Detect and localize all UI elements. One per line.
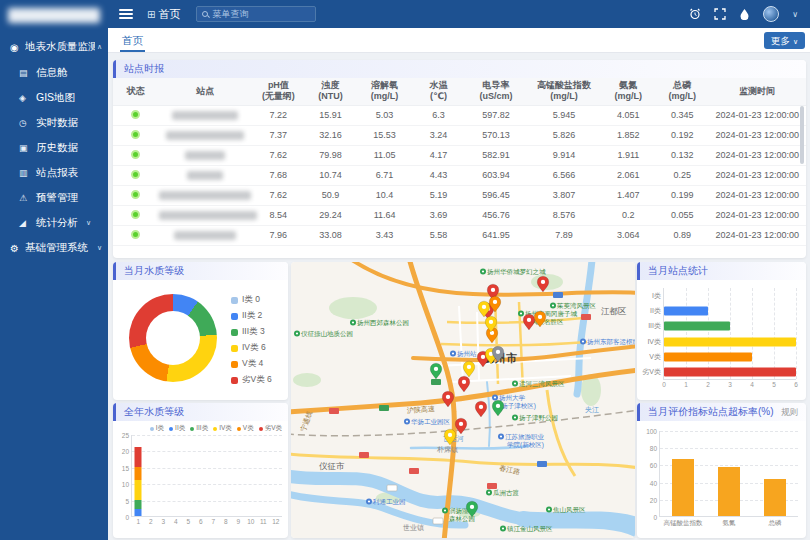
sidebar-item-信息舱[interactable]: ▤信息舱 [0, 60, 108, 85]
history-icon: ▣ [19, 143, 32, 153]
chevron-down-icon[interactable]: ∨ [792, 10, 798, 19]
panel-title: 当月水质等级 [124, 262, 184, 280]
legend-label: II类 2 [242, 310, 262, 322]
value-cell: 5.826 [527, 125, 600, 145]
road-shield [329, 408, 339, 414]
legend-item[interactable]: V类 4 [231, 356, 272, 372]
vbar-高锰酸盐指数[interactable] [672, 459, 694, 516]
map-label: 扬子津野公园 [519, 414, 558, 422]
sidebar-item-统计分析[interactable]: ◢统计分析∨ [0, 210, 108, 235]
tab-home[interactable]: 首页 [120, 28, 145, 52]
legend-item[interactable]: II类 [169, 424, 185, 433]
hbar-III类[interactable] [664, 322, 730, 331]
x-tick-label: 8 [224, 518, 228, 525]
sidebar-item-站点报表[interactable]: ▥站点报表 [0, 160, 108, 185]
legend-item[interactable]: 劣V类 6 [231, 372, 272, 388]
table-row[interactable]: 7.6810.746.714.43603.946.5662.0610.25202… [113, 165, 806, 185]
value-cell: 582.91 [465, 145, 528, 165]
vbar-总磷[interactable] [764, 479, 786, 516]
chevron-down-icon: ∨ [793, 38, 798, 45]
map-label: 扬州东部客运枢纽 [587, 338, 635, 346]
user-avatar[interactable] [763, 6, 779, 22]
value-cell: 29.24 [305, 205, 357, 225]
grid-icon: ⊞ [147, 9, 155, 20]
hbar-V类[interactable] [664, 353, 752, 362]
table-row[interactable]: 7.2215.915.036.3597.825.9454.0510.345202… [113, 105, 806, 125]
sidebar-group-地表水质量监测系统[interactable]: ◉地表水质量监测系统∧ [0, 34, 108, 60]
fullscreen-icon[interactable] [714, 8, 726, 20]
rules-link[interactable]: 规则 [781, 403, 798, 421]
more-button[interactable]: 更多∨ [764, 32, 805, 49]
column-header: 溶解氧(mg/L) [357, 78, 413, 105]
y-tick-label: 100 [646, 428, 657, 435]
city-map[interactable]: 扬州市江都区仪征市朴席镇世业镇扬州西郊森林公园仪征捺山地质公园扬州华侨城梦幻之城… [291, 262, 635, 538]
x-tick-label: 3 [728, 381, 732, 388]
value-cell: 603.94 [465, 165, 528, 185]
sidebar-item-预警管理[interactable]: ⚠预警管理 [0, 185, 108, 210]
value-cell: 597.82 [465, 105, 528, 125]
vbar-氨氮[interactable] [718, 467, 740, 516]
x-tick-label: 3 [161, 518, 165, 525]
table-row[interactable]: 7.3732.1615.533.24570.135.8261.8520.1922… [113, 125, 806, 145]
table-row[interactable]: 7.6250.910.45.19596.453.8071.4070.199202… [113, 185, 806, 205]
station-name-redacted [159, 211, 257, 220]
y-tick-label: 20 [650, 496, 657, 503]
value-cell: 5.03 [357, 105, 413, 125]
value-cell: 9.914 [527, 145, 600, 165]
x-tick-label: 6 [199, 518, 203, 525]
map-label: 运河三湾风景区 [519, 380, 565, 388]
gridline [752, 288, 753, 379]
gridline [708, 288, 709, 379]
map-label: 学院(新校区) [507, 441, 544, 449]
legend-label: I类 0 [242, 294, 260, 306]
station-name-cell [158, 205, 252, 225]
legend-item[interactable]: I类 [150, 424, 164, 433]
home-label: 首页 [158, 7, 180, 22]
pin-center [527, 318, 531, 322]
legend-item[interactable]: 劣V类 [259, 424, 282, 433]
road-shield [379, 405, 389, 411]
chevron-up-icon: ∧ [97, 43, 102, 51]
menu-toggle-icon[interactable] [119, 9, 133, 19]
pin-center [448, 433, 452, 437]
gridline [132, 484, 282, 485]
hbar-劣V类[interactable] [664, 368, 796, 377]
legend-item[interactable]: IV类 6 [231, 340, 272, 356]
hbar-IV类[interactable] [664, 337, 796, 346]
map-label: 仪征市 [318, 461, 345, 471]
hbar-II类[interactable] [664, 307, 708, 316]
legend-item[interactable]: II类 2 [231, 308, 272, 324]
alarm-icon[interactable] [689, 8, 701, 20]
gridline [660, 448, 798, 449]
map-panel[interactable]: 扬州市江都区仪征市朴席镇世业镇扬州西郊森林公园仪征捺山地质公园扬州华侨城梦幻之城… [291, 262, 635, 538]
drop-icon[interactable] [739, 8, 750, 20]
sidebar-item-GIS地图[interactable]: ◈GIS地图 [0, 85, 108, 110]
legend-swatch [259, 427, 263, 431]
road-shield [433, 518, 443, 524]
table-row[interactable]: 7.9633.083.435.58641.957.893.0640.892024… [113, 225, 806, 245]
sidebar-item-实时数据[interactable]: ◷实时数据 [0, 110, 108, 135]
value-cell: 3.064 [600, 225, 656, 245]
value-cell: 641.95 [465, 225, 528, 245]
y-category-label: IV类 [647, 337, 661, 347]
menu-search-input[interactable]: 菜单查询 [196, 6, 316, 22]
table-row[interactable]: 8.5429.2411.643.69456.768.5760.20.055202… [113, 205, 806, 225]
y-category-label: II类 [650, 306, 661, 316]
donut [129, 294, 217, 382]
table-scrollbar[interactable] [800, 106, 804, 164]
quality-donut-chart: I类 0II类 2III类 3IV类 6V类 4劣V类 6 [113, 280, 288, 400]
table-row[interactable]: 7.6279.9811.054.17582.919.9141.9110.1322… [113, 145, 806, 165]
legend-item[interactable]: I类 0 [231, 292, 272, 308]
sidebar-group-基础管理系统[interactable]: ⚙基础管理系统∨ [0, 235, 108, 261]
pin-center [489, 320, 493, 324]
breadcrumb-home[interactable]: ⊞ 首页 [147, 7, 180, 22]
legend-item[interactable]: IV类 [213, 424, 232, 433]
sidebar-item-历史数据[interactable]: ▣历史数据 [0, 135, 108, 160]
legend-swatch [231, 313, 238, 320]
legend-item[interactable]: III类 3 [231, 324, 272, 340]
y-tick-label: 20 [122, 448, 129, 455]
station-table: 状态站点pH值(无量纲)浊度(NTU)溶解氧(mg/L)水温(℃)电导率(uS/… [113, 78, 806, 246]
legend-item[interactable]: III类 [190, 424, 208, 433]
legend-item[interactable]: V类 [237, 424, 254, 433]
column-header: 高锰酸盐指数(mg/L) [527, 78, 600, 105]
